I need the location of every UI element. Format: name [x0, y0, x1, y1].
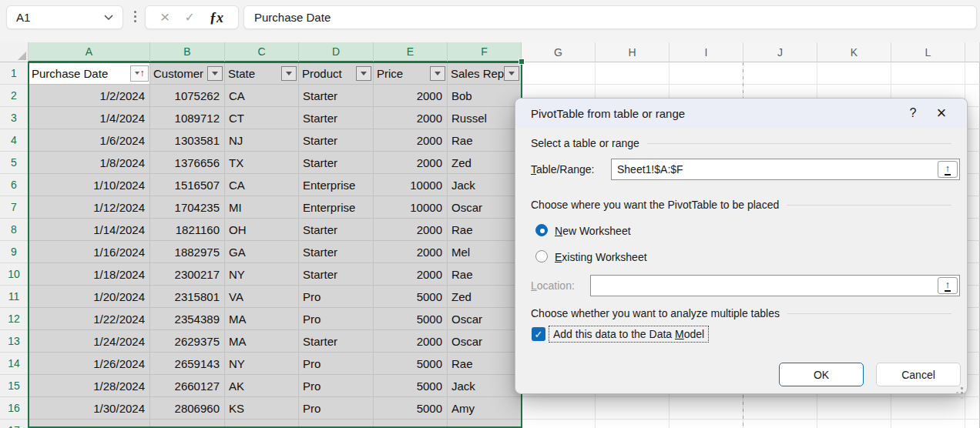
name-box[interactable]: A1 — [6, 5, 123, 29]
filter-button[interactable] — [281, 66, 297, 81]
cancel-button[interactable]: Cancel — [876, 363, 961, 386]
cell-D2[interactable]: Starter — [299, 85, 374, 107]
col-header-F[interactable]: F — [448, 42, 522, 62]
cell-E3[interactable]: 2000 — [374, 107, 448, 129]
col-header-B[interactable]: B — [150, 42, 225, 62]
cell-I1[interactable] — [670, 62, 743, 85]
cell-F14[interactable]: Rae — [448, 353, 522, 375]
row-header-5[interactable]: 5 — [0, 152, 29, 174]
cell-C2[interactable]: CA — [225, 85, 299, 107]
cell-F9[interactable]: Mel — [448, 241, 522, 263]
sort-filter-button[interactable]: ↑ — [130, 65, 149, 82]
filter-button[interactable] — [504, 66, 519, 81]
filter-button[interactable] — [207, 66, 223, 81]
data-model-checkbox[interactable]: ✓ — [532, 327, 545, 341]
cell-E5[interactable]: 2000 — [374, 152, 448, 174]
row-header-2[interactable]: 2 — [0, 85, 29, 107]
cell-F10[interactable]: Rae — [448, 263, 522, 286]
radio-existing-worksheet-label[interactable]: Existing Worksheet — [555, 251, 647, 263]
cancel-icon[interactable]: × — [160, 8, 169, 25]
cell-C6[interactable]: CA — [225, 174, 299, 196]
row-header-13[interactable]: 13 — [0, 330, 29, 353]
cell-B6[interactable]: 1516507 — [150, 174, 225, 196]
col-header-I[interactable]: I — [670, 42, 743, 62]
cell-C14[interactable]: NY — [225, 353, 299, 375]
col-header-G[interactable]: G — [522, 42, 596, 62]
formula-bar-input[interactable]: Purchase Date — [243, 5, 977, 29]
cell-A14[interactable]: 1/26/2024 — [29, 353, 150, 375]
cell-A12[interactable]: 1/22/2024 — [29, 308, 150, 330]
cell-A17[interactable]: 2/1/2024 — [29, 420, 150, 428]
resize-handle-dots[interactable] — [134, 11, 136, 22]
row-header-7[interactable]: 7 — [0, 196, 29, 219]
filter-button[interactable] — [356, 66, 371, 81]
cell-B15[interactable]: 2660127 — [150, 375, 225, 397]
cell-C11[interactable]: VA — [225, 286, 299, 308]
table-range-input[interactable]: Sheet1!$A:$F ↑ — [611, 159, 960, 180]
cell-B14[interactable]: 2659143 — [150, 353, 225, 375]
cell-J16[interactable] — [743, 397, 817, 420]
cell-A3[interactable]: 1/4/2024 — [29, 107, 150, 129]
cell-A9[interactable]: 1/16/2024 — [29, 241, 150, 263]
cell-H1[interactable] — [596, 62, 670, 85]
cell-D14[interactable]: Pro — [299, 353, 374, 375]
cell-B7[interactable]: 1704235 — [150, 196, 225, 219]
insert-function-icon[interactable]: ƒx — [210, 11, 223, 25]
cell-C4[interactable]: NJ — [225, 129, 299, 152]
col-header-H[interactable]: H — [596, 42, 670, 62]
cell-E17[interactable]: 2000 — [374, 420, 448, 428]
cell-A11[interactable]: 1/20/2024 — [29, 286, 150, 308]
cell-B3[interactable]: 1089712 — [150, 107, 225, 129]
radio-existing-worksheet[interactable] — [535, 250, 548, 262]
cell-L1[interactable] — [891, 62, 965, 85]
row-header-3[interactable]: 3 — [0, 107, 29, 129]
cell-E16[interactable]: 5000 — [374, 397, 448, 420]
cell-D5[interactable]: Starter — [299, 152, 374, 174]
cell-B11[interactable]: 2315801 — [150, 286, 225, 308]
cell-E2[interactable]: 2000 — [374, 85, 448, 107]
cell-A10[interactable]: 1/18/2024 — [29, 263, 150, 286]
cell-A5[interactable]: 1/8/2024 — [29, 152, 150, 174]
radio-new-worksheet-label[interactable]: New Worksheet — [555, 225, 631, 237]
cell-A16[interactable]: 1/30/2024 — [29, 397, 150, 420]
close-icon[interactable]: × — [925, 105, 958, 122]
cell-E7[interactable]: 10000 — [374, 196, 448, 219]
col-header-J[interactable]: J — [743, 42, 817, 62]
cell-J1[interactable] — [743, 62, 817, 85]
cell-F7[interactable]: Oscar — [448, 196, 522, 219]
cell-E11[interactable]: 5000 — [374, 286, 448, 308]
location-input[interactable]: ↑ — [590, 275, 960, 296]
col-header-K[interactable]: K — [817, 42, 891, 62]
cell-C9[interactable]: GA — [225, 241, 299, 263]
cell-D7[interactable]: Enterprise — [299, 196, 374, 219]
cell-F3[interactable]: Russel — [448, 107, 522, 129]
cell-E15[interactable]: 5000 — [374, 375, 448, 397]
select-all-corner[interactable] — [0, 42, 29, 62]
range-picker-button[interactable]: ↑ — [938, 161, 958, 178]
cell-F16[interactable]: Amy — [448, 397, 522, 420]
cell-C8[interactable]: OH — [225, 219, 299, 241]
cell-E9[interactable]: 2000 — [374, 241, 448, 263]
dialog-titlebar[interactable]: PivotTable from table or range ? × — [515, 99, 967, 128]
col-header-A[interactable]: A — [29, 42, 150, 62]
cell-F12[interactable]: Oscar — [448, 308, 522, 330]
cell-A6[interactable]: 1/10/2024 — [29, 174, 150, 196]
row-header-14[interactable]: 14 — [0, 353, 29, 375]
data-model-checkbox-label[interactable]: Add this data to the Data Model — [549, 326, 708, 342]
cell-B8[interactable]: 1821160 — [150, 219, 225, 241]
cell-K16[interactable] — [817, 397, 891, 420]
cell-E4[interactable]: 2000 — [374, 129, 448, 152]
cell-C17[interactable]: CA — [225, 420, 299, 428]
cell-H17[interactable] — [596, 420, 670, 428]
row-header-11[interactable]: 11 — [0, 286, 29, 308]
cell-C15[interactable]: AK — [225, 375, 299, 397]
row-header-10[interactable]: 10 — [0, 263, 29, 286]
cell-J17[interactable] — [743, 420, 817, 428]
cell-E14[interactable]: 5000 — [374, 353, 448, 375]
cell-K1[interactable] — [817, 62, 891, 85]
cell-E10[interactable]: 2000 — [374, 263, 448, 286]
cell-A2[interactable]: 1/2/2024 — [29, 85, 150, 107]
col-header-C[interactable]: C — [225, 42, 299, 62]
row-header-12[interactable]: 12 — [0, 308, 29, 330]
row-header-17[interactable]: 17 — [0, 420, 29, 428]
